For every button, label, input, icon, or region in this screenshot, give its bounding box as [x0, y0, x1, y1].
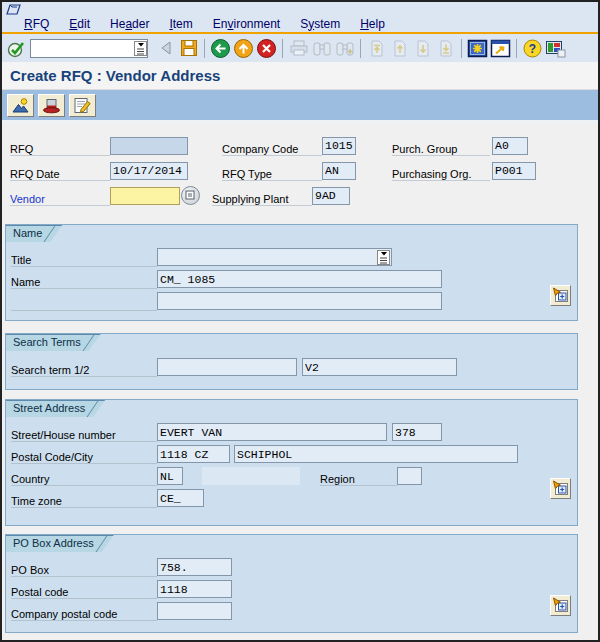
- person-button[interactable]: [7, 94, 34, 117]
- search-term-1-field[interactable]: [157, 358, 297, 376]
- header-row-2: RFQ Date RFQ Type Purchasing Org.: [10, 158, 598, 183]
- name-section: Name Title Name: [5, 224, 578, 321]
- first-page-button: [365, 37, 388, 60]
- save-button[interactable]: [177, 37, 200, 60]
- title-combo[interactable]: [157, 248, 392, 266]
- po-box-section-tab: PO Box Address: [6, 535, 114, 552]
- previous-page-icon: [390, 39, 409, 58]
- rfq-type-label: RFQ Type: [222, 161, 322, 181]
- menu-rfq[interactable]: RFQ: [14, 17, 59, 31]
- menu-help[interactable]: Help: [350, 17, 395, 31]
- sap-window: RFQ Edit Header Item Environment System …: [0, 0, 600, 642]
- toolbar-separator: [282, 39, 283, 58]
- header-details-button[interactable]: [38, 94, 65, 117]
- command-field[interactable]: [31, 41, 134, 56]
- vendor-search-help-button[interactable]: [181, 186, 200, 205]
- next-page-button: [411, 37, 434, 60]
- name-field[interactable]: [157, 270, 442, 288]
- supplying-plant-field[interactable]: [312, 187, 350, 205]
- exit-icon: [233, 38, 254, 59]
- int-versions-icon: [552, 287, 569, 304]
- po-postal-code-field[interactable]: [157, 580, 232, 598]
- new-session-icon: [467, 39, 488, 58]
- purchasing-org-label: Purchasing Org.: [392, 161, 490, 181]
- name2-field[interactable]: [157, 292, 442, 310]
- menu-header[interactable]: Header: [100, 17, 159, 31]
- menu-item[interactable]: Item: [159, 17, 202, 31]
- system-menu-icon[interactable]: [5, 3, 22, 15]
- last-page-button: [434, 37, 457, 60]
- timezone-row: Time zone: [6, 487, 577, 509]
- vendor-field[interactable]: [110, 187, 180, 205]
- purch-group-label: Purch. Group: [392, 136, 490, 156]
- name-more-button[interactable]: [550, 285, 571, 306]
- street-address-section: Street Address Street/House number Posta…: [5, 399, 578, 526]
- menu-environment[interactable]: Environment: [203, 17, 290, 31]
- purchasing-org-field[interactable]: [492, 162, 536, 180]
- street-more-button[interactable]: [550, 478, 571, 499]
- previous-page-button: [388, 37, 411, 60]
- region-field[interactable]: [397, 467, 422, 485]
- cancel-button[interactable]: [255, 37, 278, 60]
- new-session-button[interactable]: [466, 37, 489, 60]
- command-field-wrap: [30, 39, 148, 58]
- country-name-field: [202, 467, 300, 485]
- int-versions-icon: [552, 597, 569, 614]
- toolbar-separator: [461, 39, 462, 58]
- find-icon: [312, 39, 332, 57]
- search-term-2-field[interactable]: [302, 358, 457, 376]
- enter-button[interactable]: [5, 37, 28, 60]
- po-box-field[interactable]: [157, 558, 232, 576]
- postal-code-city-field[interactable]: [157, 445, 230, 463]
- create-shortcut-button[interactable]: [489, 37, 512, 60]
- application-toolbar: [2, 90, 598, 123]
- matchcode-icon: [185, 190, 196, 201]
- title-field[interactable]: [158, 250, 377, 264]
- company-postal-code-field[interactable]: [157, 602, 232, 620]
- toolbar-separator: [516, 39, 517, 58]
- customize-layout-button[interactable]: [544, 37, 567, 60]
- title-dropdown-icon[interactable]: [377, 250, 390, 265]
- vendor-label: Vendor: [10, 186, 110, 206]
- street-row: Street/House number: [6, 421, 577, 443]
- postal-city-row: Postal Code/City: [6, 443, 577, 465]
- search-terms-section-tab: Search Terms: [6, 334, 101, 351]
- header-fields: RFQ Company Code Purch. Group RFQ Date R…: [2, 123, 598, 208]
- po-box-more-button[interactable]: [550, 595, 571, 616]
- timezone-label: Time zone: [11, 489, 157, 508]
- system-menu-row: [2, 2, 598, 15]
- search-terms-section: Search Terms Search term 1/2: [5, 333, 578, 390]
- back-step-button[interactable]: [154, 37, 177, 60]
- back-button[interactable]: [209, 37, 232, 60]
- title-label: Title: [11, 248, 157, 267]
- city-field[interactable]: [234, 445, 518, 463]
- timezone-field[interactable]: [157, 489, 204, 507]
- po-box-address-section: PO Box Address PO Box Postal code Compan…: [5, 534, 578, 633]
- command-dropdown-icon[interactable]: [134, 41, 147, 56]
- rfq-type-field[interactable]: [322, 162, 356, 180]
- country-row: Country Region: [6, 465, 577, 487]
- company-code-field[interactable]: [322, 137, 356, 155]
- create-shortcut-icon: [490, 39, 511, 58]
- exit-button[interactable]: [232, 37, 255, 60]
- content-area: RFQ Company Code Purch. Group RFQ Date R…: [2, 123, 598, 640]
- rfq-date-field[interactable]: [110, 162, 188, 180]
- country-field[interactable]: [157, 467, 183, 485]
- help-button[interactable]: ?: [521, 37, 544, 60]
- street-field[interactable]: [157, 423, 387, 441]
- purch-group-field[interactable]: [492, 137, 528, 155]
- po-box-row: PO Box: [6, 556, 577, 578]
- menu-system[interactable]: System: [290, 17, 350, 31]
- company-code-label: Company Code: [222, 136, 322, 156]
- next-page-icon: [413, 39, 432, 58]
- rfq-label: RFQ: [10, 136, 110, 156]
- toolbar-separator: [360, 39, 361, 58]
- header-hat-icon: [42, 97, 61, 114]
- standard-toolbar: ?: [2, 34, 598, 62]
- house-number-field[interactable]: [392, 423, 442, 441]
- name-label: Name: [11, 270, 157, 289]
- country-label: Country: [11, 467, 157, 486]
- back-step-icon: [159, 40, 173, 56]
- menu-edit[interactable]: Edit: [59, 17, 100, 31]
- texts-button[interactable]: [69, 94, 96, 117]
